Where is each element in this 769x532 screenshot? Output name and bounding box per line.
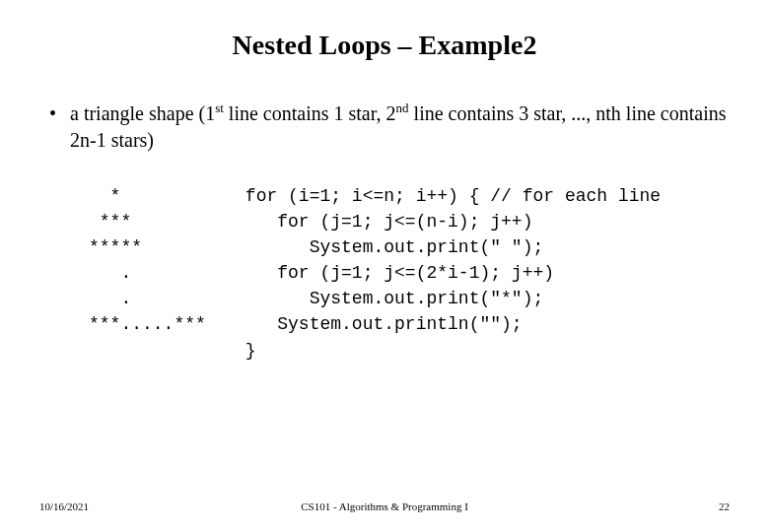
footer-page: 22	[719, 500, 730, 512]
footer-course: CS101 - Algorithms & Programming I	[301, 500, 468, 512]
footer: 10/16/2021 CS101 - Algorithms & Programm…	[39, 500, 730, 512]
bullet-sup: nd	[396, 100, 409, 115]
bullet-part: line contains 1 star, 2	[224, 102, 396, 124]
bullet-marker: •	[49, 100, 56, 126]
footer-date: 10/16/2021	[39, 500, 89, 512]
bullet-part: a triangle shape (1	[70, 102, 215, 124]
bullet-sup: st	[215, 100, 224, 115]
content-row: * *** ***** . . ***.....*** for (i=1; i<…	[89, 183, 730, 364]
triangle-shape: * *** ***** . . ***.....***	[89, 183, 206, 364]
bullet-text: a triangle shape (1st line contains 1 st…	[70, 100, 730, 154]
page-title: Nested Loops – Example2	[39, 30, 730, 61]
code-block: for (i=1; i<=n; i++) { // for each line …	[245, 183, 661, 364]
bullet-item: • a triangle shape (1st line contains 1 …	[39, 100, 730, 154]
